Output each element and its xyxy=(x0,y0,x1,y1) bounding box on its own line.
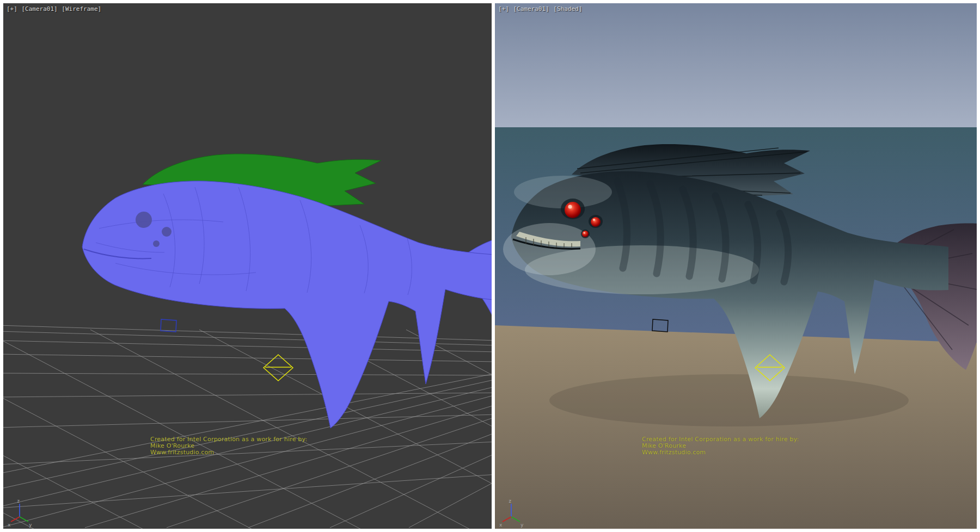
viewport-menu-button[interactable]: [+] xyxy=(7,5,17,13)
fish-eye xyxy=(565,202,581,218)
fish-eye xyxy=(136,212,152,228)
watermark-line: Www.fritzstudio.com xyxy=(150,449,307,456)
fish-eye xyxy=(153,240,160,247)
viewport-shaded[interactable]: [+] [Camera01] [Shaded] xyxy=(495,3,977,529)
fish-eye-highlight xyxy=(593,219,595,221)
viewport-camera-button[interactable]: [Camera01] xyxy=(22,5,58,13)
viewport-label: [+] [Camera01] [Shaded] xyxy=(498,5,583,13)
ground-wireframe-grid[interactable] xyxy=(3,308,492,529)
helper-box-gizmo[interactable] xyxy=(161,319,176,332)
watermark-line: Www.fritzstudio.com xyxy=(642,449,799,456)
viewport-wireframe[interactable]: [+] [Camera01] [Wireframe] xyxy=(3,3,492,529)
viewport-shading-button[interactable]: [Wireframe] xyxy=(62,5,101,13)
fish-eye xyxy=(591,217,601,227)
fish-eye xyxy=(582,231,589,237)
fish-model-wireframe[interactable] xyxy=(82,154,492,428)
world-axis-tripod xyxy=(8,498,32,528)
fish-eye-highlight xyxy=(584,232,585,234)
watermark-text: Created for Intel Corporation as a work … xyxy=(642,436,799,456)
watermark-text: Created for Intel Corporation as a work … xyxy=(150,436,307,456)
fish-eye xyxy=(162,227,171,237)
fish-ground-shadow xyxy=(549,374,909,426)
viewport-shading-button[interactable]: [Shaded] xyxy=(553,5,582,13)
sky-background xyxy=(495,3,977,127)
fish-head-highlight xyxy=(503,223,596,275)
viewport-label: [+] [Camera01] [Wireframe] xyxy=(7,5,102,13)
viewport-camera-button[interactable]: [Camera01] xyxy=(513,5,549,13)
dual-viewport-app: [+] [Camera01] [Wireframe] xyxy=(0,0,980,532)
fish-eye-highlight xyxy=(568,205,572,209)
viewport-menu-button[interactable]: [+] xyxy=(498,5,509,13)
sand-ground-plane[interactable] xyxy=(495,325,977,529)
